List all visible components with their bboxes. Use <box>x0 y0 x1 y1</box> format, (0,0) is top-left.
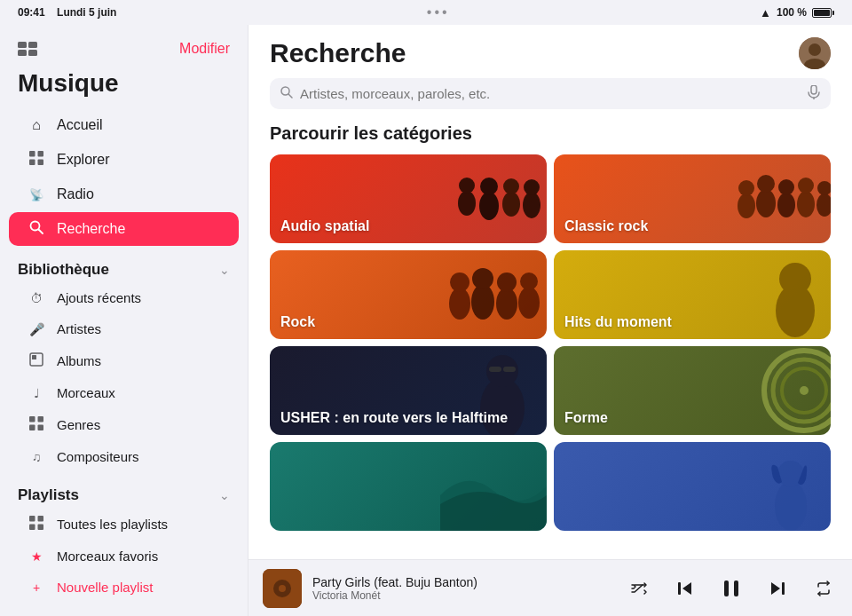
card-label: Classic rock <box>564 218 648 234</box>
svg-point-27 <box>458 191 476 216</box>
card-label: Hits du moment <box>564 314 672 330</box>
category-hits[interactable]: Hits du moment <box>554 250 831 339</box>
mini-player: Party Girls (feat. Buju Banton) Victoria… <box>248 559 852 616</box>
composer-icon: ♫ <box>27 450 46 464</box>
shuffle-button[interactable] <box>625 574 653 603</box>
previous-button[interactable] <box>671 574 699 603</box>
svg-point-34 <box>524 179 540 195</box>
card-label: Forme <box>564 410 608 426</box>
note-icon: ♩ <box>27 386 46 400</box>
sidebar-item-compositeurs[interactable]: ♫ Compositeurs <box>9 442 239 471</box>
svg-rect-0 <box>18 42 27 48</box>
battery-icon <box>812 8 834 18</box>
mic-icon[interactable] <box>808 85 820 102</box>
bibliotheque-section-header: Bibliothèque ⌄ <box>0 250 248 282</box>
category-row4-right[interactable] <box>554 442 831 531</box>
status-dots: ••• <box>427 4 450 20</box>
svg-point-62 <box>800 386 809 395</box>
svg-point-49 <box>496 288 517 320</box>
sidebar-sub-label: Ajouts récents <box>57 290 141 305</box>
svg-point-43 <box>816 193 831 217</box>
sidebar-item-genres[interactable]: Genres <box>9 409 239 440</box>
svg-rect-58 <box>503 367 516 372</box>
svg-marker-72 <box>771 582 780 595</box>
svg-rect-4 <box>29 151 36 157</box>
sidebar-sub-label: Toutes les playlists <box>57 517 168 532</box>
category-forme[interactable]: Forme <box>554 346 831 435</box>
svg-point-42 <box>798 178 814 193</box>
sidebar-item-favoris[interactable]: ★ Morceaux favoris <box>9 541 239 571</box>
card-label: Rock <box>280 314 315 330</box>
search-icon <box>27 220 46 238</box>
svg-rect-57 <box>489 367 501 372</box>
star-icon: ★ <box>27 549 46 564</box>
svg-point-28 <box>459 178 475 193</box>
repeat-button[interactable] <box>809 574 838 603</box>
bibliotheque-chevron[interactable]: ⌄ <box>219 263 230 277</box>
sidebar-item-nouvelle-playlist[interactable]: + Nouvelle playlist <box>9 573 239 602</box>
category-rock[interactable]: Rock <box>270 250 547 339</box>
avatar[interactable] <box>799 37 831 69</box>
mic-icon: 🎤 <box>27 322 46 336</box>
svg-point-40 <box>778 179 794 195</box>
modifier-button[interactable]: Modifier <box>179 41 230 57</box>
svg-rect-5 <box>38 151 44 157</box>
svg-rect-19 <box>38 525 44 531</box>
wifi-icon: ▲ <box>760 6 771 20</box>
category-row4-left[interactable] <box>270 442 547 531</box>
player-controls <box>625 574 838 603</box>
sidebar-item-artistes[interactable]: 🎤 Artistes <box>9 314 239 344</box>
svg-line-24 <box>288 94 292 98</box>
player-info: Party Girls (feat. Buju Banton) Victoria… <box>312 575 614 602</box>
home-icon: ⌂ <box>27 117 46 133</box>
category-usher[interactable]: USHER : en route vers le Halftime <box>270 346 547 435</box>
svg-point-32 <box>503 178 519 194</box>
sidebar: Modifier Musique ⌂ Accueil Explorer 📡 Ra… <box>0 25 248 616</box>
sidebar-item-accueil[interactable]: ⌂ Accueil <box>9 109 239 141</box>
player-title: Party Girls (feat. Buju Banton) <box>312 575 614 589</box>
player-artist: Victoria Monét <box>312 589 614 602</box>
svg-rect-13 <box>38 416 44 423</box>
svg-point-52 <box>520 272 538 290</box>
sidebar-item-toutes-playlists[interactable]: Toutes les playlists <box>9 509 239 540</box>
page-title: Recherche <box>270 38 406 68</box>
clock-icon: ⏱ <box>27 291 46 305</box>
album-icon <box>27 352 46 369</box>
sidebar-item-radio[interactable]: 📡 Radio <box>9 178 239 210</box>
svg-point-54 <box>779 263 811 295</box>
playlists-section-header: Playlists ⌄ <box>0 476 248 508</box>
battery-percent: 100 % <box>777 6 807 19</box>
panel-icon[interactable] <box>18 39 43 59</box>
svg-point-50 <box>497 272 517 292</box>
category-audio-spatial[interactable]: Audio spatial <box>270 154 547 243</box>
playlists-chevron[interactable]: ⌄ <box>219 488 230 502</box>
svg-rect-17 <box>38 516 44 522</box>
main-header: Recherche <box>248 25 852 78</box>
sidebar-sub-label: Morceaux <box>57 385 115 400</box>
playlists-title: Playlists <box>18 486 79 504</box>
svg-rect-12 <box>29 416 36 423</box>
sidebar-sub-label: Artistes <box>57 321 101 336</box>
sidebar-item-ajouts[interactable]: ⏱ Ajouts récents <box>9 283 239 312</box>
search-input[interactable] <box>300 86 801 101</box>
plus-icon: + <box>27 580 46 595</box>
categories-grid: Audio spatial <box>248 154 852 531</box>
svg-point-41 <box>797 191 815 217</box>
category-classic-rock[interactable]: Classic rock <box>554 154 831 243</box>
svg-line-9 <box>39 230 43 234</box>
svg-point-29 <box>479 192 499 220</box>
svg-point-45 <box>449 288 470 320</box>
pause-button[interactable] <box>717 574 746 603</box>
album-art[interactable] <box>263 569 302 608</box>
next-button[interactable] <box>763 574 792 603</box>
search-bar[interactable] <box>270 78 831 109</box>
sidebar-item-morceaux[interactable]: ♩ Morceaux <box>9 378 239 407</box>
sidebar-item-albums[interactable]: Albums <box>9 345 239 376</box>
svg-point-38 <box>757 175 775 193</box>
card-image <box>270 442 547 531</box>
svg-rect-16 <box>29 516 36 522</box>
sidebar-item-explorer[interactable]: Explorer <box>9 143 239 177</box>
sidebar-sub-label: Nouvelle playlist <box>57 580 153 595</box>
sidebar-item-recherche[interactable]: Recherche <box>9 212 239 246</box>
search-bar-container <box>248 78 852 120</box>
